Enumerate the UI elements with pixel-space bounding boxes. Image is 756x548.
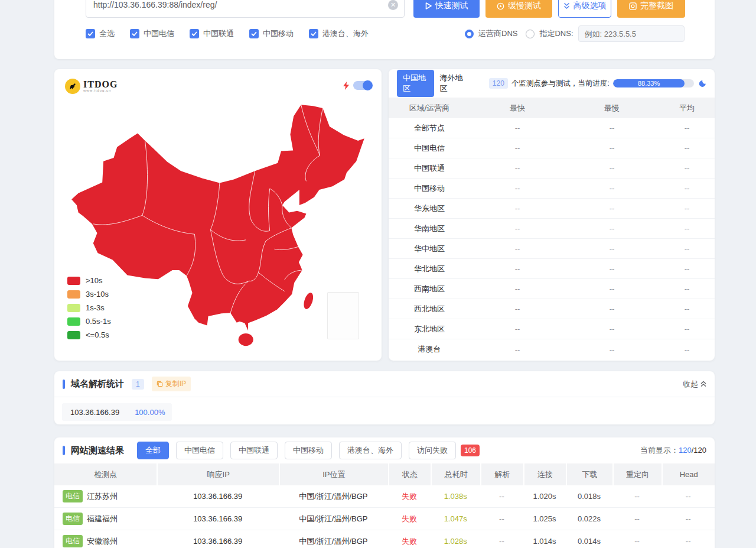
checkbox-china-telecom[interactable]: 中国电信	[130, 28, 174, 39]
cell-total-time: 1.047s	[431, 514, 480, 523]
results-filters: 全部 中国电信 中国联通 中国移动 港澳台、海外 访问失败 106	[137, 442, 480, 459]
checkbox-label: 中国电信	[144, 28, 174, 39]
row-name: 东北地区	[389, 324, 470, 335]
legend-label: >10s	[86, 276, 103, 285]
checkbox-checked-icon	[249, 29, 259, 38]
checkbox-checked-icon	[86, 29, 95, 38]
node-name: 安徽滁州	[87, 536, 118, 547]
cell-ip-location: 中国/浙江/温州/BGP	[279, 536, 387, 547]
table-row: 华东地区------	[389, 199, 715, 219]
results-table-header: 检测点 响应IP IP位置 状态 总耗时 解析 连接 下载 重定向 Head	[54, 463, 715, 485]
cell-fast: --	[470, 164, 565, 173]
progress-label: 个监测点参与测试，当前进度:	[511, 79, 610, 89]
cell-fast: --	[470, 124, 565, 132]
cell-response-ip: 103.36.166.39	[157, 537, 279, 546]
legend-item: >10s	[67, 276, 111, 285]
tab-overseas-region[interactable]: 海外地区	[439, 73, 465, 94]
advanced-options-button[interactable]: 高级选项	[558, 0, 611, 18]
isp-badge: 电信	[63, 535, 83, 547]
cell-status: 失败	[388, 491, 431, 502]
checkbox-select-all[interactable]: 全选	[86, 28, 115, 39]
table-row: 西北地区------	[389, 299, 715, 319]
col-dns-parse: 解析	[480, 463, 523, 485]
checkbox-china-mobile[interactable]: 中国移动	[249, 28, 294, 39]
checkbox-checked-icon	[309, 29, 318, 38]
cell-slow: --	[565, 284, 659, 293]
cell-fast: --	[470, 264, 565, 273]
col-fastest: 最快	[470, 103, 565, 114]
cell-fast: --	[470, 244, 565, 253]
clear-url-icon[interactable]: ✕	[388, 0, 398, 10]
isp-checkbox-row: 全选 中国电信 中国联通 中国移动 港澳台、海外	[86, 27, 369, 41]
col-head: Head	[662, 463, 714, 485]
url-input[interactable]	[86, 0, 405, 18]
full-screenshot-button[interactable]: 完整截图	[617, 0, 685, 18]
col-ip-location: IP位置	[279, 463, 387, 485]
checkbox-checked-icon	[190, 29, 199, 38]
cell-status: 失败	[388, 536, 431, 547]
section-accent-bar	[63, 446, 65, 455]
ip-count-badge: 1	[132, 379, 144, 390]
row-name: 华东地区	[389, 203, 470, 214]
cell-avg: --	[659, 164, 715, 173]
legend-label: 1s-3s	[86, 303, 105, 312]
slow-test-button[interactable]: 缓慢测试	[485, 0, 552, 18]
filter-hmt-overseas-button[interactable]: 港澳台、海外	[339, 442, 402, 459]
checkbox-label: 中国移动	[263, 28, 294, 39]
resolved-ip-item[interactable]: 103.36.166.39 100.00%	[62, 403, 172, 421]
tab-china-region[interactable]: 中国地区	[397, 70, 434, 97]
legend-item: 0.5s-1s	[67, 317, 111, 326]
advanced-options-label: 高级选项	[573, 1, 607, 11]
copy-ip-button[interactable]: 复制IP	[152, 377, 191, 391]
collapse-toggle[interactable]: 收起	[683, 379, 706, 390]
filter-failed-button[interactable]: 访问失败	[409, 442, 456, 459]
double-chevron-up-icon	[700, 381, 706, 387]
filter-unicom-button[interactable]: 中国联通	[230, 442, 278, 459]
section-accent-bar	[63, 380, 65, 389]
checkbox-china-unicom[interactable]: 中国联通	[190, 28, 234, 39]
carrier-dns-radio[interactable]	[465, 30, 474, 38]
custom-dns-radio[interactable]	[526, 30, 535, 38]
filter-mobile-button[interactable]: 中国移动	[285, 442, 332, 459]
custom-dns-input[interactable]	[578, 25, 685, 42]
showing-label: 当前显示：	[640, 446, 679, 455]
cell-connect: 1.014s	[523, 537, 566, 546]
dns-stats-header: 域名解析统计 1 复制IP 收起	[54, 371, 715, 397]
cell-slow: --	[565, 204, 659, 213]
cell-dns-parse: --	[480, 492, 523, 501]
cell-download: 0.014s	[566, 537, 612, 546]
resolved-ip-percent: 100.00%	[135, 408, 165, 417]
filter-telecom-button[interactable]: 中国电信	[176, 442, 223, 459]
cell-download: 0.018s	[566, 492, 612, 501]
cell-fast: --	[470, 284, 565, 293]
quick-test-label: 快速测试	[435, 1, 468, 11]
full-screenshot-label: 完整截图	[640, 1, 673, 11]
cell-avg: --	[659, 264, 715, 273]
filter-all-button[interactable]: 全部	[137, 442, 169, 459]
cell-avg: --	[659, 224, 715, 233]
cell-slow: --	[565, 304, 659, 313]
collapse-label: 收起	[683, 379, 698, 390]
showing-current: 120	[679, 446, 692, 455]
checkbox-hmt-overseas[interactable]: 港澳台、海外	[309, 28, 369, 39]
table-row: 西南地区------	[389, 279, 715, 299]
table-row: 华中地区------	[389, 239, 715, 259]
col-status: 状态	[388, 463, 431, 485]
node-name: 江苏苏州	[87, 491, 118, 502]
quick-test-button[interactable]: 快速测试	[413, 0, 480, 18]
row-name: 全部节点	[389, 123, 470, 134]
cell-fast: --	[470, 224, 565, 233]
col-average: 平均	[659, 103, 715, 114]
legend-swatch	[67, 277, 80, 285]
row-name: 中国联通	[389, 163, 470, 174]
showing-total: /120	[692, 446, 706, 455]
region-table-header: 区域/运营商 最快 最慢 平均	[389, 98, 715, 118]
table-row: 东北地区------	[389, 319, 715, 339]
cell-avg: --	[659, 244, 715, 253]
cell-response-ip: 103.36.166.39	[157, 492, 279, 501]
cell-redirect: --	[612, 492, 662, 501]
table-row: 华南地区------	[389, 219, 715, 239]
cell-fast: --	[470, 304, 565, 313]
cell-fast: --	[470, 184, 565, 193]
cell-slow: --	[565, 264, 659, 273]
